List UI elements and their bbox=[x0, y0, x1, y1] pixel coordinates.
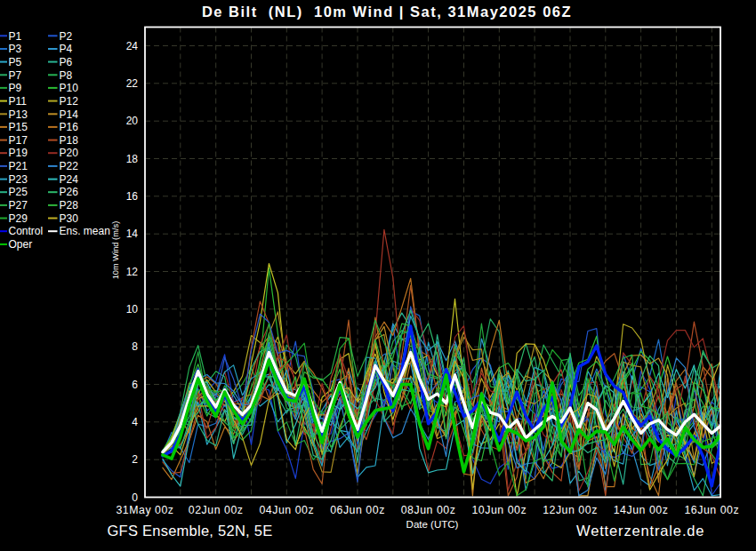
svg-text:P13: P13 bbox=[9, 108, 28, 121]
svg-text:P9: P9 bbox=[9, 82, 22, 94]
svg-text:P23: P23 bbox=[9, 173, 28, 186]
svg-text:12: 12 bbox=[126, 266, 139, 278]
svg-text:31May 00z: 31May 00z bbox=[116, 504, 173, 516]
svg-text:P22: P22 bbox=[60, 160, 79, 172]
svg-text:P17: P17 bbox=[9, 134, 28, 147]
svg-text:04Jun 00z: 04Jun 00z bbox=[259, 504, 314, 516]
svg-text:P19: P19 bbox=[9, 147, 28, 159]
svg-text:P28: P28 bbox=[60, 199, 79, 212]
svg-text:Ens. mean: Ens. mean bbox=[60, 225, 110, 237]
svg-text:P2: P2 bbox=[60, 30, 73, 43]
svg-text:P8: P8 bbox=[60, 69, 73, 82]
svg-text:6: 6 bbox=[132, 379, 138, 391]
svg-text:10m Wind (m/s): 10m Wind (m/s) bbox=[111, 221, 120, 280]
svg-text:14Jun 00z: 14Jun 00z bbox=[614, 504, 669, 516]
svg-text:P18: P18 bbox=[60, 134, 79, 147]
svg-text:P16: P16 bbox=[60, 121, 79, 133]
svg-text:P25: P25 bbox=[9, 186, 28, 198]
svg-text:P5: P5 bbox=[9, 56, 22, 68]
svg-text:22: 22 bbox=[126, 77, 139, 90]
svg-text:08Jun 00z: 08Jun 00z bbox=[401, 504, 456, 516]
svg-text:P7: P7 bbox=[9, 69, 22, 82]
svg-text:P26: P26 bbox=[60, 186, 79, 198]
svg-text:0: 0 bbox=[132, 491, 138, 504]
svg-text:14: 14 bbox=[126, 228, 139, 240]
svg-text:20: 20 bbox=[126, 115, 139, 127]
svg-text:P11: P11 bbox=[9, 95, 28, 108]
svg-text:P29: P29 bbox=[9, 212, 28, 225]
svg-text:4: 4 bbox=[132, 416, 138, 428]
svg-text:P6: P6 bbox=[60, 56, 73, 68]
svg-text:P3: P3 bbox=[9, 43, 22, 55]
svg-text:Wetterzentrale.de: Wetterzentrale.de bbox=[576, 523, 704, 539]
svg-text:P4: P4 bbox=[60, 43, 73, 55]
svg-text:10: 10 bbox=[126, 303, 139, 315]
svg-text:Control: Control bbox=[9, 225, 44, 237]
svg-text:8: 8 bbox=[132, 340, 138, 353]
svg-text:24: 24 bbox=[126, 40, 139, 52]
svg-text:P1: P1 bbox=[9, 30, 22, 43]
svg-text:18: 18 bbox=[126, 153, 139, 165]
svg-text:P10: P10 bbox=[60, 82, 79, 94]
svg-text:P21: P21 bbox=[9, 160, 28, 172]
svg-text:De Bilt (NL) 10m Wind | Sat,: De Bilt (NL) 10m Wind | Sat, 31May2025 0… bbox=[202, 4, 572, 20]
svg-text:P20: P20 bbox=[60, 147, 79, 159]
svg-text:Oper: Oper bbox=[9, 238, 33, 251]
svg-text:02Jun 00z: 02Jun 00z bbox=[189, 504, 244, 516]
svg-text:P12: P12 bbox=[60, 95, 79, 108]
svg-text:P24: P24 bbox=[60, 173, 79, 186]
svg-text:2: 2 bbox=[132, 453, 138, 466]
svg-text:06Jun 00z: 06Jun 00z bbox=[330, 504, 385, 516]
svg-text:P15: P15 bbox=[9, 121, 28, 133]
svg-text:Date (UTC): Date (UTC) bbox=[406, 519, 459, 530]
svg-text:16: 16 bbox=[126, 190, 139, 203]
svg-text:10Jun 00z: 10Jun 00z bbox=[471, 504, 527, 516]
svg-text:12Jun 00z: 12Jun 00z bbox=[543, 504, 598, 516]
svg-text:GFS Ensemble, 52N, 5E: GFS Ensemble, 52N, 5E bbox=[108, 523, 273, 539]
svg-text:16Jun 00z: 16Jun 00z bbox=[684, 504, 739, 516]
svg-text:P27: P27 bbox=[9, 199, 28, 212]
svg-text:P30: P30 bbox=[60, 212, 79, 225]
svg-text:P14: P14 bbox=[60, 108, 79, 121]
